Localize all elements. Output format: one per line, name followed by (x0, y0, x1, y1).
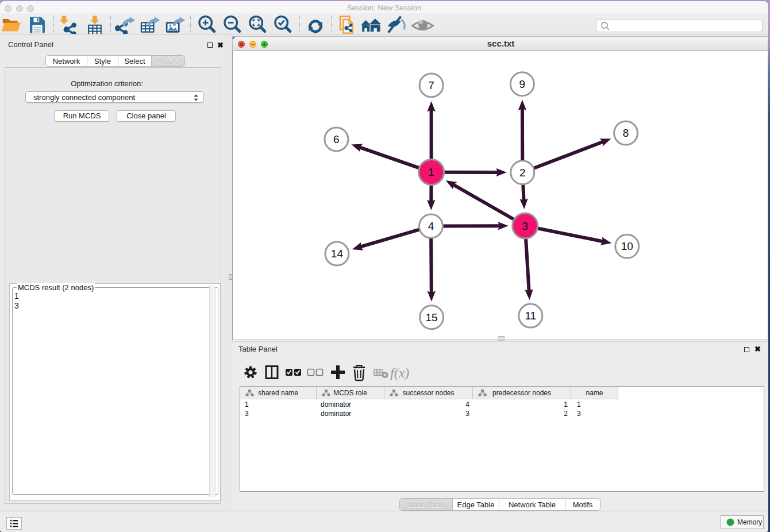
svg-text:f(x): f(x) (390, 365, 409, 380)
svg-text:9: 9 (519, 78, 526, 90)
svg-text:1: 1 (428, 166, 434, 178)
svg-text:14: 14 (331, 248, 344, 260)
svg-text:15: 15 (426, 311, 438, 323)
svg-text:2: 2 (519, 167, 526, 179)
svg-text:11: 11 (525, 310, 536, 322)
svg-text:10: 10 (621, 240, 633, 252)
svg-text:7: 7 (428, 79, 434, 91)
svg-text:4: 4 (428, 220, 434, 232)
svg-text:6: 6 (333, 133, 340, 145)
svg-text:8: 8 (623, 127, 629, 139)
svg-text:3: 3 (522, 220, 528, 232)
